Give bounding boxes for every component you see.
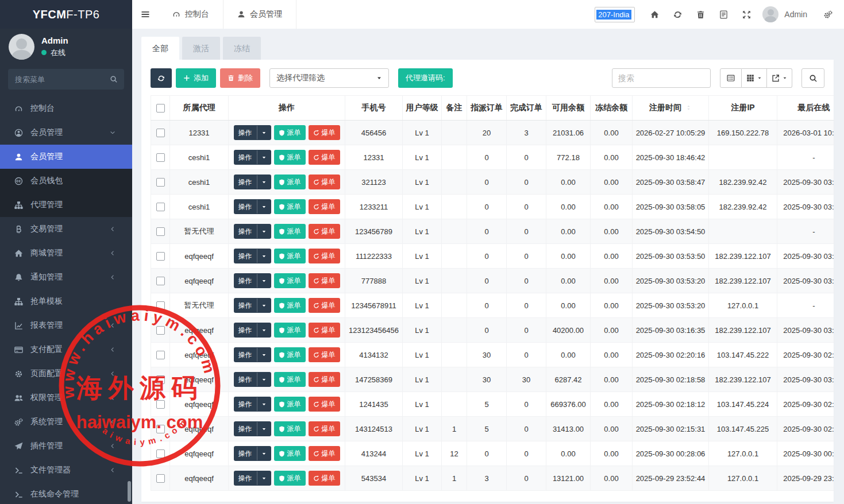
row-burst-button[interactable]: 爆单	[309, 224, 340, 239]
row-checkbox[interactable]	[156, 203, 165, 211]
row-dispatch-button[interactable]: 派单	[274, 347, 306, 362]
row-operate-button[interactable]: 操作	[234, 372, 271, 387]
row-burst-button[interactable]: 爆单	[309, 175, 340, 189]
navbar-username[interactable]: Admin	[784, 10, 807, 19]
sidebar-item-0[interactable]: 控制台	[0, 96, 132, 121]
tab-all[interactable]: 全部	[141, 37, 179, 60]
sidebar-item-13[interactable]: 系统管理	[0, 410, 132, 434]
sidebar-toggle-button[interactable]	[132, 0, 159, 29]
column-header[interactable]: 注册IP	[709, 96, 777, 121]
row-burst-button[interactable]: 爆单	[309, 199, 340, 214]
row-dispatch-button[interactable]: 派单	[274, 446, 306, 461]
row-burst-button[interactable]: 爆单	[309, 323, 340, 338]
row-burst-button[interactable]: 爆单	[309, 446, 340, 461]
sidebar-item-16[interactable]: 在线命令管理	[0, 482, 132, 504]
row-dispatch-button[interactable]: 派单	[274, 150, 306, 165]
agent-invite-code-button[interactable]: 代理邀请码:	[398, 68, 453, 88]
row-burst-button[interactable]: 爆单	[309, 125, 340, 140]
menu-search-input[interactable]	[8, 69, 124, 90]
sidebar-item-8[interactable]: 抢单模板	[0, 289, 132, 313]
row-dispatch-button[interactable]: 派单	[274, 323, 306, 338]
refresh-button[interactable]	[666, 0, 689, 29]
nav-tab-members[interactable]: 会员管理	[223, 0, 296, 29]
navbar-text-input[interactable]: 207-India	[595, 7, 635, 22]
row-checkbox[interactable]	[156, 129, 165, 137]
sidebar-item-6[interactable]: 商城管理	[0, 241, 132, 265]
row-dispatch-button[interactable]: 派单	[274, 249, 306, 263]
row-operate-button[interactable]: 操作	[234, 397, 271, 412]
sidebar-item-7[interactable]: 通知管理	[0, 265, 132, 289]
row-dispatch-button[interactable]: 派单	[274, 224, 306, 239]
row-dispatch-button[interactable]: 派单	[274, 298, 306, 313]
column-header[interactable]: 用户等级	[403, 96, 442, 121]
sidebar-item-14[interactable]: 插件管理	[0, 434, 132, 458]
row-checkbox[interactable]	[156, 474, 165, 483]
row-burst-button[interactable]: 爆单	[309, 372, 340, 387]
sidebar-item-1[interactable]: 会员管理	[0, 121, 132, 145]
export-button[interactable]	[767, 68, 792, 88]
nav-tab-dashboard[interactable]: 控制台	[159, 0, 223, 29]
column-header[interactable]: 备注	[442, 96, 467, 121]
column-header[interactable]: 注册时间	[633, 96, 709, 121]
row-operate-button[interactable]: 操作	[234, 421, 271, 436]
column-header[interactable]: 操作	[229, 96, 345, 121]
column-header[interactable]: 冻结余额	[591, 96, 633, 121]
sidebar-scrollbar[interactable]	[128, 481, 131, 502]
tab-frozen[interactable]: 冻结	[223, 37, 261, 60]
row-operate-button[interactable]: 操作	[234, 175, 271, 189]
sidebar-item-12[interactable]: 权限管理	[0, 386, 132, 410]
column-header[interactable]: 最后在线	[777, 96, 834, 121]
row-dispatch-button[interactable]: 派单	[274, 372, 306, 387]
row-checkbox[interactable]	[156, 375, 165, 384]
column-header[interactable]: 手机号	[345, 96, 403, 121]
sidebar-item-11[interactable]: 页面配置	[0, 362, 132, 386]
sidebar-item-9[interactable]: 报表管理	[0, 313, 132, 338]
clear-cache-button[interactable]	[689, 0, 712, 29]
row-operate-button[interactable]: 操作	[234, 150, 271, 165]
row-operate-button[interactable]: 操作	[234, 125, 271, 140]
row-burst-button[interactable]: 爆单	[309, 249, 340, 263]
row-dispatch-button[interactable]: 派单	[274, 175, 306, 189]
delete-button[interactable]: 删除	[220, 68, 260, 88]
row-checkbox[interactable]	[156, 400, 165, 409]
row-operate-button[interactable]: 操作	[234, 446, 271, 461]
row-dispatch-button[interactable]: 派单	[274, 273, 306, 288]
row-burst-button[interactable]: 爆单	[309, 298, 340, 313]
row-checkbox[interactable]	[156, 425, 165, 433]
row-burst-button[interactable]: 爆单	[309, 397, 340, 412]
row-burst-button[interactable]: 爆单	[309, 421, 340, 436]
row-burst-button[interactable]: 爆单	[309, 471, 340, 486]
sidebar-item-5[interactable]: 交易管理	[0, 217, 132, 241]
sidebar-item-3[interactable]: 会员钱包	[0, 169, 132, 193]
row-operate-button[interactable]: 操作	[234, 471, 271, 486]
row-burst-button[interactable]: 爆单	[309, 150, 340, 165]
columns-toggle-button[interactable]	[742, 68, 767, 88]
row-operate-button[interactable]: 操作	[234, 273, 271, 288]
row-checkbox[interactable]	[156, 252, 165, 261]
row-operate-button[interactable]: 操作	[234, 224, 271, 239]
row-operate-button[interactable]: 操作	[234, 347, 271, 362]
row-operate-button[interactable]: 操作	[234, 249, 271, 263]
row-checkbox[interactable]	[156, 326, 165, 335]
row-dispatch-button[interactable]: 派单	[274, 421, 306, 436]
row-checkbox[interactable]	[156, 277, 165, 285]
row-checkbox[interactable]	[156, 153, 165, 162]
row-dispatch-button[interactable]: 派单	[274, 471, 306, 486]
row-dispatch-button[interactable]: 派单	[274, 125, 306, 140]
column-header[interactable]: 所属代理	[170, 96, 229, 121]
select-all-checkbox[interactable]	[156, 104, 165, 113]
sidebar-item-10[interactable]: 支付配置	[0, 338, 132, 362]
home-button[interactable]	[643, 0, 666, 29]
column-header[interactable]: 可用余额	[546, 96, 591, 121]
navbar-avatar[interactable]	[762, 6, 779, 22]
row-checkbox[interactable]	[156, 227, 165, 236]
row-operate-button[interactable]: 操作	[234, 298, 271, 313]
advanced-search-button[interactable]	[801, 68, 824, 88]
settings-button[interactable]	[816, 0, 839, 29]
row-checkbox[interactable]	[156, 449, 165, 458]
table-search-input[interactable]	[612, 68, 711, 88]
sidebar-item-2[interactable]: 会员管理	[0, 145, 132, 169]
row-burst-button[interactable]: 爆单	[309, 347, 340, 362]
refresh-table-button[interactable]	[151, 68, 172, 88]
row-checkbox[interactable]	[156, 178, 165, 187]
